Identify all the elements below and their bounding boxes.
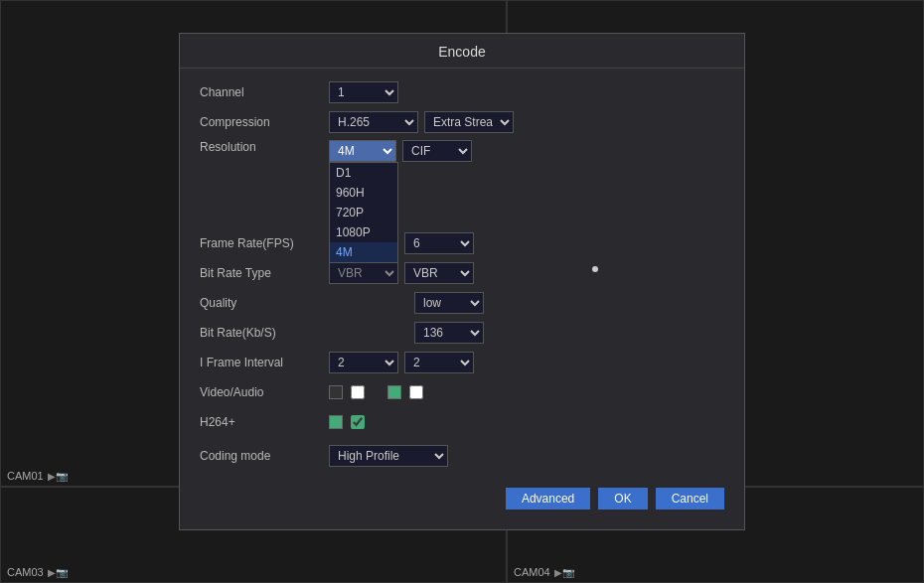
compression-controls: H.264 H.265 Main Stream Extra Stream [329,111,514,133]
compression-main-select[interactable]: H.264 H.265 [329,111,418,133]
cam3-label: CAM03 ▶📷 [7,566,68,578]
cancel-button[interactable]: Cancel [656,488,724,510]
ok-button[interactable]: OK [598,488,647,510]
channel-controls: 1 [329,81,398,103]
coding-mode-select[interactable]: Baseline Main Profile High Profile [329,445,448,467]
video-sub-checkbox-display [387,385,401,399]
cam1-camera-icon: ▶📷 [48,471,68,482]
h264plus-label: H264+ [200,415,329,429]
resolution-option-720p[interactable]: 720P [330,203,397,222]
video-audio-row: Video/Audio [200,380,724,404]
cam1-name-text: CAM01 [7,470,44,482]
resolution-row: Resolution 4M D1 960H 720P 1080P 4M [200,140,724,164]
coding-mode-controls: Baseline Main Profile High Profile [329,445,448,467]
coding-mode-label: Coding mode [200,449,329,463]
channel-label: Channel [200,85,329,99]
cam4-label: CAM04 ▶📷 [514,566,574,578]
bit-rate-type-main-select[interactable]: VBR CBR [329,262,398,284]
iframe-interval-row: I Frame Interval 2 2 [200,351,724,374]
resolution-option-4m[interactable]: 4M [330,242,397,262]
coding-mode-row: Coding mode Baseline Main Profile High P… [200,444,724,468]
audio-sub-checkbox[interactable] [409,385,423,399]
compression-label: Compression [200,115,329,129]
bit-rate-kbs-select[interactable]: 64 128 136 256 512 [414,322,484,344]
iframe-interval-controls: 2 2 [329,352,474,373]
resolution-label: Resolution [200,140,329,154]
compression-row: Compression H.264 H.265 Main Stream Extr… [200,110,724,134]
resolution-option-1080p[interactable]: 1080P [330,222,397,242]
frame-rate-row: Frame Rate(FPS) 12345 6 6 [200,231,724,255]
bit-rate-type-sub-select[interactable]: VBR CBR [404,262,474,284]
modal-title: Encode [180,34,744,69]
bit-rate-kbs-row: Bit Rate(Kb/S) 64 128 136 256 512 [200,321,724,345]
bit-rate-type-row: Bit Rate Type VBR CBR VBR CBR [200,261,724,285]
cam3-name-text: CAM03 [7,566,44,578]
resolution-controls: 4M D1 960H 720P 1080P 4M CIF D1 7 [329,140,472,162]
encode-modal: Encode Channel 1 Compression H.264 H.265 [179,33,745,530]
video-main-checkbox[interactable] [351,385,365,399]
cam4-name-text: CAM04 [514,566,550,578]
video-audio-controls [329,385,423,400]
h264plus-checkbox[interactable] [351,415,365,429]
h264plus-checkbox-display [329,415,343,429]
quality-controls: low medium high [329,292,484,314]
channel-select[interactable]: 1 [329,81,398,103]
bit-rate-type-controls: VBR CBR VBR CBR [329,262,474,284]
resolution-option-d1[interactable]: D1 [330,163,397,183]
resolution-dropdown-open[interactable]: D1 960H 720P 1080P 4M [329,162,398,263]
iframe-interval-label: I Frame Interval [200,356,329,369]
cam1-label: CAM01 ▶📷 [7,470,68,482]
modal-footer: Advanced OK Cancel [180,472,744,510]
modal-body: Channel 1 Compression H.264 H.265 Main S [180,80,744,468]
video-main-checkbox-display [329,385,343,399]
compression-sub-select[interactable]: Main Stream Extra Stream [424,111,514,133]
resolution-option-960h[interactable]: 960H [330,183,397,203]
quality-row: Quality low medium high [200,291,724,315]
resolution-sub-select[interactable]: CIF D1 720P [402,140,472,162]
h264plus-row: H264+ [200,410,724,434]
channel-row: Channel 1 [200,80,724,104]
quality-label: Quality [200,296,329,310]
advanced-button[interactable]: Advanced [506,488,590,510]
cam3-camera-icon: ▶📷 [48,567,68,578]
quality-select[interactable]: low medium high [414,292,484,314]
h264plus-controls [329,415,365,429]
frame-rate-sub-select[interactable]: 6 [404,232,474,254]
bit-rate-kbs-controls: 64 128 136 256 512 [329,322,484,344]
resolution-main-select[interactable]: 4M [329,140,396,162]
iframe-interval-main-select[interactable]: 2 [329,352,398,373]
bit-rate-kbs-label: Bit Rate(Kb/S) [200,326,329,340]
cam4-camera-icon: ▶📷 [554,567,574,578]
resolution-main-dropdown-container: 4M D1 960H 720P 1080P 4M [329,140,396,162]
bit-rate-type-label: Bit Rate Type [200,266,329,280]
video-audio-label: Video/Audio [200,385,329,399]
iframe-interval-sub-select[interactable]: 2 [404,352,474,373]
frame-rate-label: Frame Rate(FPS) [200,236,329,250]
